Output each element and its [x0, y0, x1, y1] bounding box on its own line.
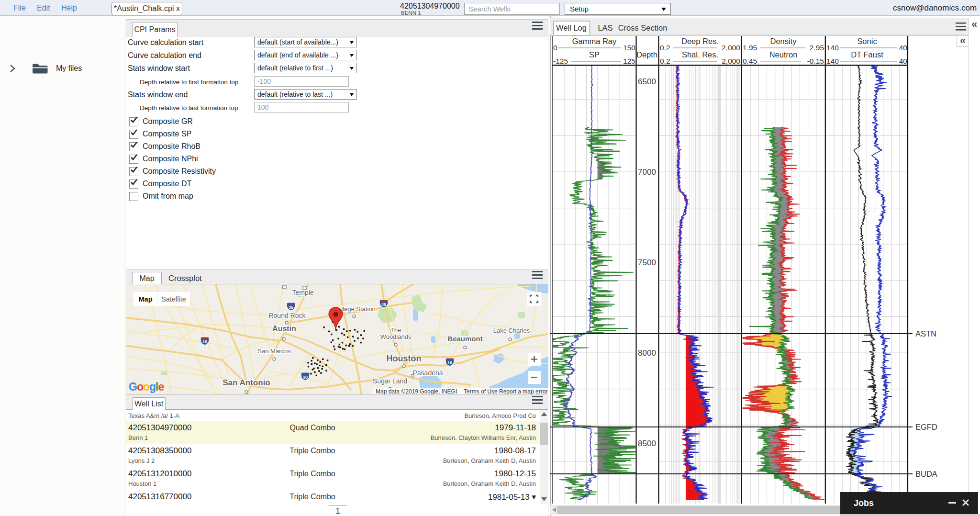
svg-text:2.95: 2.95 [810, 44, 824, 52]
svg-text:Depth: Depth [636, 50, 657, 59]
svg-text:40: 40 [899, 57, 908, 65]
svg-text:Sugar Land: Sugar Land [373, 377, 407, 385]
svg-text:10: 10 [202, 339, 207, 344]
svg-text:35: 35 [289, 305, 293, 310]
svg-text:150: 150 [623, 44, 635, 52]
svg-text:8000: 8000 [638, 348, 656, 358]
svg-text:LAS: LAS [598, 23, 612, 32]
svg-text:Round Rock: Round Rock [268, 312, 306, 319]
svg-text:«: « [960, 34, 966, 46]
svg-text:llege Station: llege Station [341, 305, 376, 313]
svg-text:BUDA: BUDA [915, 470, 937, 478]
svg-text:DT Faust: DT Faust [851, 50, 883, 59]
svg-text:Google: Google [129, 381, 164, 393]
svg-text:7500: 7500 [638, 258, 656, 267]
svg-text:The: The [390, 326, 401, 334]
svg-text:Lake Charles: Lake Charles [493, 327, 530, 334]
svg-text:0: 0 [553, 44, 557, 52]
svg-text:-0.15: -0.15 [807, 57, 824, 65]
svg-text:8500: 8500 [638, 439, 656, 448]
svg-text:EGFD: EGFD [915, 423, 937, 431]
svg-text:125: 125 [623, 57, 635, 65]
svg-text:Satellite: Satellite [161, 295, 186, 303]
svg-text:Houston: Houston [387, 354, 422, 363]
svg-text:ASTN: ASTN [915, 329, 936, 338]
svg-text:Deep Res.: Deep Res. [681, 37, 719, 45]
svg-text:2,000: 2,000 [722, 57, 740, 65]
svg-text:Cross Section: Cross Section [618, 23, 668, 32]
svg-text:Map data ©2019 Google, INEGI: Map data ©2019 Google, INEGI [376, 388, 457, 395]
svg-text:Austin: Austin [272, 325, 296, 333]
svg-text:0.2: 0.2 [660, 57, 670, 65]
svg-text:7000: 7000 [638, 168, 656, 177]
svg-text:Beaumont: Beaumont [447, 335, 482, 343]
svg-text:Gamma Ray: Gamma Ray [572, 37, 617, 45]
svg-text:0.45: 0.45 [743, 57, 757, 65]
svg-text:Map: Map [139, 295, 153, 303]
svg-text:140: 140 [826, 57, 839, 65]
svg-text:6500: 6500 [638, 77, 656, 86]
svg-text:Terms of Use: Terms of Use [464, 388, 498, 395]
svg-text:San Marcos: San Marcos [257, 348, 291, 355]
svg-text:San Antonio: San Antonio [223, 378, 270, 387]
svg-text:0.2: 0.2 [660, 44, 670, 52]
svg-text:140: 140 [826, 44, 839, 52]
svg-text:10: 10 [303, 375, 308, 380]
svg-text:Neutron: Neutron [769, 50, 798, 59]
svg-text:45: 45 [381, 302, 386, 307]
svg-text:Shal. Res.: Shal. Res. [682, 50, 718, 59]
svg-text:2,000: 2,000 [722, 44, 740, 52]
svg-text:1.95: 1.95 [743, 44, 757, 52]
svg-text:Woodlands: Woodlands [380, 333, 412, 340]
svg-text:Density: Density [770, 37, 797, 45]
svg-text:Pasadena: Pasadena [412, 369, 443, 377]
svg-text:Sonic: Sonic [857, 37, 877, 45]
svg-text:Report a map error: Report a map error [499, 388, 547, 395]
svg-text:SP: SP [589, 50, 600, 59]
svg-text:40: 40 [899, 44, 908, 52]
svg-text:Well Log: Well Log [556, 23, 587, 32]
svg-text:-125: -125 [553, 57, 568, 65]
svg-text:10: 10 [447, 360, 452, 365]
